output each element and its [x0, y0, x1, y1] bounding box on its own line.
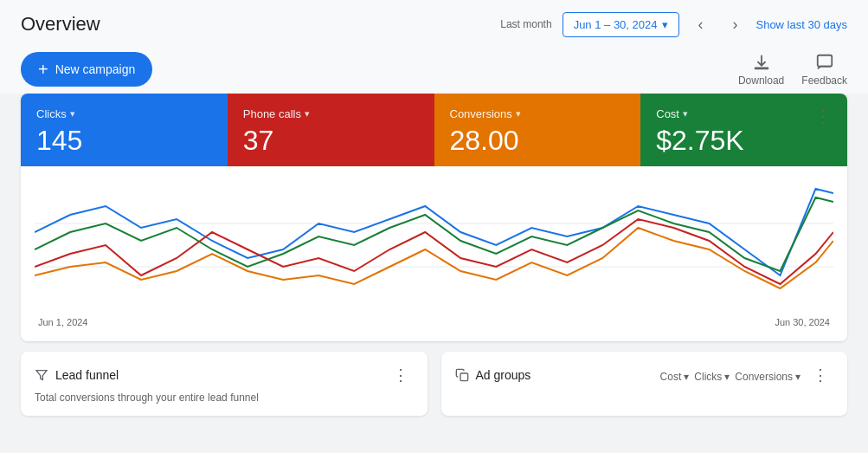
copy-icon — [455, 368, 469, 382]
ad-groups-title: Ad groups — [476, 368, 531, 382]
ad-groups-columns: Cost ▾ Clicks ▾ Conversions ▾ — [660, 371, 800, 383]
conversions-column-header[interactable]: Conversions ▾ — [735, 371, 800, 383]
header-controls: Last month Jun 1 – 30, 2024 ▾ ‹ › Show l… — [500, 10, 847, 38]
feedback-icon — [815, 53, 834, 72]
stat-tile-conversions: Conversions ▾ 28.00 — [434, 94, 641, 166]
stat-tile-phone-calls: Phone calls ▾ 37 — [228, 94, 434, 166]
stat-more-button[interactable]: ⋮ — [809, 104, 837, 128]
prev-date-button[interactable]: ‹ — [686, 10, 714, 38]
lead-funnel-subtitle: Total conversions through your entire le… — [35, 392, 414, 404]
lead-funnel-header: Lead funnel ⋮ — [35, 364, 414, 386]
cost-dropdown-icon: ▾ — [683, 108, 688, 120]
cost-sort-icon: ▾ — [684, 371, 689, 383]
ad-groups-header: Ad groups Cost ▾ Clicks ▾ Conversion — [455, 364, 834, 386]
chart-dates: Jun 1, 2024 Jun 30, 2024 — [35, 314, 833, 334]
clicks-dropdown-icon: ▾ — [70, 108, 75, 120]
download-label: Download — [738, 74, 784, 87]
download-button[interactable]: Download — [738, 53, 784, 87]
phone-calls-value: 37 — [243, 126, 419, 156]
phone-calls-label: Phone calls ▾ — [243, 107, 419, 120]
feedback-button[interactable]: Feedback — [801, 53, 847, 87]
new-campaign-label: New campaign — [55, 62, 136, 76]
clicks-label: Clicks ▾ — [36, 107, 212, 120]
lead-funnel-more-button[interactable]: ⋮ — [388, 364, 414, 386]
cost-column-header[interactable]: Cost ▾ — [660, 371, 690, 383]
phone-calls-dropdown-icon: ▾ — [305, 108, 310, 120]
ad-groups-actions: Cost ▾ Clicks ▾ Conversions ▾ ⋮ — [660, 364, 833, 386]
svg-rect-1 — [817, 55, 832, 66]
show-last-30-button[interactable]: Show last 30 days — [755, 18, 847, 31]
line-chart — [35, 180, 833, 310]
chart-end-date: Jun 30, 2024 — [775, 317, 830, 327]
stat-tile-clicks: Clicks ▾ 145 — [21, 94, 228, 166]
page-title: Overview — [21, 13, 100, 36]
date-range-arrow-icon: ▾ — [662, 18, 668, 31]
chart-start-date: Jun 1, 2024 — [38, 317, 88, 327]
chart-area: Jun 1, 2024 Jun 30, 2024 — [21, 166, 847, 341]
lead-funnel-title: Lead funnel — [55, 368, 119, 382]
conversions-label: Conversions ▾ — [450, 107, 626, 120]
next-arrow-icon: › — [732, 16, 737, 34]
toolbar: + New campaign Download Feedback — [0, 45, 868, 94]
date-range-button[interactable]: Jun 1 – 30, 2024 ▾ — [563, 12, 680, 37]
svg-rect-4 — [460, 373, 468, 381]
plus-icon: + — [38, 61, 48, 78]
conversions-dropdown-icon: ▾ — [516, 108, 521, 120]
main-content: Clicks ▾ 145 Phone calls ▾ 37 Conversion… — [0, 94, 868, 426]
svg-rect-0 — [754, 67, 768, 69]
ad-groups-more-button[interactable]: ⋮ — [807, 364, 833, 386]
clicks-sort-icon: ▾ — [724, 371, 730, 383]
cost-label: Cost ▾ — [656, 107, 832, 120]
header: Overview Last month Jun 1 – 30, 2024 ▾ ‹… — [0, 0, 868, 45]
ad-groups-card: Ad groups Cost ▾ Clicks ▾ Conversion — [441, 352, 848, 416]
bottom-row: Lead funnel ⋮ Total conversions through … — [21, 352, 847, 416]
stats-chart-card: Clicks ▾ 145 Phone calls ▾ 37 Conversion… — [21, 94, 847, 341]
clicks-value: 145 — [36, 126, 212, 156]
date-range-label: Last month — [500, 18, 551, 30]
clicks-column-header[interactable]: Clicks ▾ — [694, 371, 730, 383]
toolbar-actions: Download Feedback — [738, 53, 847, 87]
prev-arrow-icon: ‹ — [698, 16, 703, 34]
conversions-value: 28.00 — [450, 126, 626, 156]
ad-groups-title-row: Ad groups — [455, 368, 531, 382]
new-campaign-button[interactable]: + New campaign — [21, 52, 152, 87]
date-range-value: Jun 1 – 30, 2024 — [574, 18, 658, 31]
stat-tile-cost: Cost ▾ $2.75K ⋮ — [640, 94, 847, 166]
lead-funnel-card: Lead funnel ⋮ Total conversions through … — [21, 352, 428, 416]
cost-value: $2.75K — [656, 126, 832, 156]
next-date-button[interactable]: › — [721, 10, 749, 38]
stats-row: Clicks ▾ 145 Phone calls ▾ 37 Conversion… — [21, 94, 847, 166]
conversions-sort-icon: ▾ — [795, 371, 800, 383]
download-icon — [752, 53, 771, 72]
feedback-label: Feedback — [801, 74, 847, 87]
lead-funnel-title-row: Lead funnel — [35, 368, 119, 382]
funnel-icon — [35, 368, 48, 382]
